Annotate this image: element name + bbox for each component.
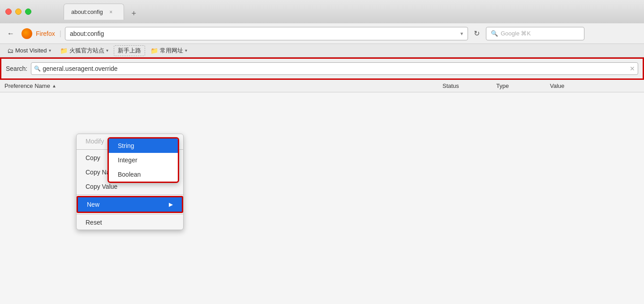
config-search-section: Search: 🔍 ✕ xyxy=(0,57,644,80)
column-preference-name[interactable]: Preference Name ▲ xyxy=(4,83,442,89)
window-controls xyxy=(5,9,31,15)
bookmark-most-visited-arrow: ▾ xyxy=(49,48,51,53)
main-content: Search: 🔍 ✕ Preference Name ▲ Status Typ… xyxy=(0,57,644,304)
column-type[interactable]: Type xyxy=(496,83,550,89)
column-value[interactable]: Value xyxy=(550,83,640,89)
active-tab[interactable]: about:config × xyxy=(64,4,124,20)
menu-separator-2 xyxy=(77,195,183,195)
url-dropdown-icon[interactable]: ▾ xyxy=(460,30,463,37)
menu-item-copy-label: Copy xyxy=(86,154,100,161)
column-status[interactable]: Status xyxy=(442,83,496,89)
bookmark-common-sites-label: 常用网址 xyxy=(160,47,183,55)
config-search-row: Search: 🔍 ✕ xyxy=(1,59,643,78)
bookmark-most-visited[interactable]: 🗂 Most Visited ▾ xyxy=(4,46,55,55)
url-separator: | xyxy=(60,30,61,38)
config-search-input[interactable] xyxy=(43,65,630,72)
bookmark-common-sites-arrow: ▾ xyxy=(185,48,187,53)
col-type-label: Type xyxy=(496,83,509,89)
firefox-logo-icon xyxy=(21,28,32,39)
back-button[interactable]: ← xyxy=(4,26,18,41)
submenu-item-boolean[interactable]: Boolean xyxy=(109,167,178,182)
menu-item-new-arrow-icon: ▶ xyxy=(169,201,173,208)
submenu-item-string-label: String xyxy=(118,142,134,149)
tab-bar: about:config × + xyxy=(64,4,639,20)
menu-item-reset-label: Reset xyxy=(86,219,102,226)
minimize-button[interactable] xyxy=(15,9,21,15)
search-bar[interactable]: 🔍 Google ⌘K xyxy=(486,27,584,40)
col-value-label: Value xyxy=(550,83,564,89)
bookmark-folder-icon-1: 📁 xyxy=(60,47,68,54)
bookmark-new-user[interactable]: 新手上路 xyxy=(114,45,145,56)
tab-title: about:config xyxy=(71,9,103,15)
menu-item-reset[interactable]: Reset xyxy=(77,215,183,230)
submenu-item-boolean-label: Boolean xyxy=(118,171,141,178)
menu-item-copy-value-label: Copy Value xyxy=(86,183,117,190)
search-icon: 🔍 xyxy=(491,30,498,37)
config-table-header: Preference Name ▲ Status Type Value xyxy=(0,80,644,92)
nav-bar: ← Firefox | about:config ▾ ↻ 🔍 Google ⌘K xyxy=(0,23,644,44)
search-placeholder: Google ⌘K xyxy=(501,30,531,37)
reload-button[interactable]: ↻ xyxy=(471,27,483,40)
submenu: String Integer Boolean xyxy=(107,137,179,183)
bookmarks-bar: 🗂 Most Visited ▾ 📁 火狐官方站点 ▾ 新手上路 📁 常用网址 … xyxy=(0,44,644,57)
title-bar: about:config × + xyxy=(0,0,644,23)
bookmark-firefox-official-label: 火狐官方站点 xyxy=(69,47,104,55)
config-search-clear-icon[interactable]: ✕ xyxy=(630,65,635,72)
reload-icon: ↻ xyxy=(474,29,480,38)
bookmark-common-sites[interactable]: 📁 常用网址 ▾ xyxy=(147,46,191,56)
close-button[interactable] xyxy=(5,9,12,15)
firefox-label: Firefox xyxy=(36,30,55,37)
config-search-label: Search: xyxy=(6,65,27,72)
back-icon: ← xyxy=(7,30,14,38)
submenu-item-integer[interactable]: Integer xyxy=(109,153,178,167)
menu-separator-3 xyxy=(77,214,183,214)
bookmark-new-user-label: 新手上路 xyxy=(118,47,141,55)
url-text: about:config xyxy=(70,30,104,37)
bookmark-firefox-official-arrow: ▾ xyxy=(106,48,108,53)
menu-item-new-label: New xyxy=(87,201,99,208)
config-search-magnifier-icon: 🔍 xyxy=(34,65,41,72)
menu-item-modify-label: Modify xyxy=(86,138,104,145)
col-status-label: Status xyxy=(442,83,459,89)
maximize-button[interactable] xyxy=(25,9,31,15)
bookmark-folder-icon-2: 📁 xyxy=(150,47,158,54)
sort-arrow-icon: ▲ xyxy=(52,83,56,88)
bookmark-firefox-official[interactable]: 📁 火狐官方站点 ▾ xyxy=(56,46,112,56)
col-name-label: Preference Name xyxy=(4,83,50,89)
url-bar[interactable]: about:config ▾ xyxy=(65,27,468,40)
tab-close-button[interactable]: × xyxy=(107,9,115,16)
new-tab-button[interactable]: + xyxy=(128,7,140,20)
bookmark-most-visited-icon: 🗂 xyxy=(7,47,13,54)
submenu-item-integer-label: Integer xyxy=(118,156,137,164)
config-search-input-wrap[interactable]: 🔍 ✕ xyxy=(31,62,638,75)
submenu-item-string[interactable]: String xyxy=(109,139,178,153)
bookmark-most-visited-label: Most Visited xyxy=(15,47,47,54)
menu-item-new[interactable]: New ▶ xyxy=(77,196,183,213)
